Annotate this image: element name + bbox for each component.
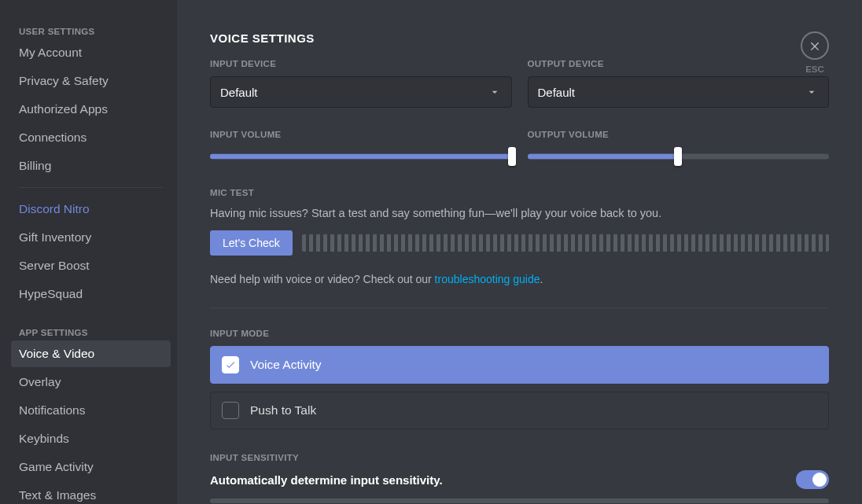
slider-thumb[interactable]	[674, 147, 682, 166]
input-mode-option-label: Push to Talk	[250, 403, 316, 418]
input-mode-option-voice-activity[interactable]: Voice Activity	[210, 346, 829, 384]
chevron-down-icon	[805, 85, 819, 99]
sidebar-item-authorized-apps[interactable]: Authorized Apps	[11, 96, 171, 123]
checkbox	[222, 402, 239, 419]
sidebar-item-keybinds[interactable]: Keybinds	[11, 425, 171, 452]
sidebar-item-text-images[interactable]: Text & Images	[11, 482, 171, 504]
input-volume-label: INPUT VOLUME	[210, 130, 512, 139]
esc-label: ESC	[801, 64, 829, 74]
sidebar-group-header: APP SETTINGS	[11, 323, 171, 340]
input-mode-option-label: Voice Activity	[250, 358, 321, 372]
close-area: ESC	[801, 31, 829, 74]
input-device-value: Default	[220, 86, 258, 99]
sidebar-group-header: USER SETTINGS	[11, 22, 171, 39]
input-device-select[interactable]: Default	[210, 76, 512, 108]
sidebar-item-notifications[interactable]: Notifications	[11, 397, 171, 424]
check-icon	[225, 359, 236, 370]
auto-sensitivity-toggle[interactable]	[796, 470, 829, 489]
close-icon	[809, 39, 821, 52]
sidebar-item-billing[interactable]: Billing	[11, 153, 171, 179]
page-title: VOICE SETTINGS	[210, 31, 829, 45]
output-volume-label: OUTPUT VOLUME	[528, 130, 830, 139]
mic-test-description: Having mic issues? Start a test and say …	[210, 205, 829, 221]
troubleshooting-link[interactable]: troubleshooting guide	[435, 273, 540, 285]
output-device-label: OUTPUT DEVICE	[528, 59, 830, 68]
sidebar-item-discord-nitro[interactable]: Discord Nitro	[11, 196, 171, 223]
settings-sidebar: USER SETTINGSMy AccountPrivacy & SafetyA…	[0, 0, 177, 504]
auto-sensitivity-label: Automatically determine input sensitivit…	[210, 473, 443, 487]
section-divider	[210, 307, 829, 308]
sidebar-item-game-activity[interactable]: Game Activity	[11, 454, 171, 480]
output-volume-slider[interactable]	[528, 147, 830, 166]
sidebar-item-gift-inventory[interactable]: Gift Inventory	[11, 224, 171, 251]
mic-level-meter	[302, 234, 829, 252]
sidebar-item-hypesquad[interactable]: HypeSquad	[11, 281, 171, 307]
input-mode-label: INPUT MODE	[210, 329, 829, 338]
sidebar-item-connections[interactable]: Connections	[11, 124, 171, 151]
switch-knob	[812, 473, 827, 487]
output-device-value: Default	[538, 86, 576, 99]
settings-content: ESC VOICE SETTINGS INPUT DEVICE Default …	[177, 0, 862, 504]
input-device-label: INPUT DEVICE	[210, 59, 512, 68]
input-mode-option-push-to-talk[interactable]: Push to Talk	[210, 392, 829, 429]
input-sensitivity-label: INPUT SENSITIVITY	[210, 453, 829, 462]
input-volume-slider[interactable]	[210, 147, 512, 166]
chevron-down-icon	[488, 85, 502, 99]
sidebar-item-server-boost[interactable]: Server Boost	[11, 252, 171, 279]
mic-test-label: MIC TEST	[210, 188, 829, 197]
slider-thumb[interactable]	[508, 147, 516, 166]
mic-test-button[interactable]: Let's Check	[210, 230, 293, 256]
output-device-select[interactable]: Default	[528, 76, 830, 108]
sidebar-item-my-account[interactable]: My Account	[11, 39, 171, 66]
close-button[interactable]	[801, 31, 829, 60]
sidebar-item-overlay[interactable]: Overlay	[11, 369, 171, 395]
sidebar-item-voice-video[interactable]: Voice & Video	[11, 340, 171, 367]
sidebar-item-privacy-safety[interactable]: Privacy & Safety	[11, 68, 171, 94]
voice-help-text: Need help with voice or video? Check out…	[210, 273, 829, 285]
checkbox	[222, 356, 239, 373]
sidebar-separator	[19, 187, 163, 188]
